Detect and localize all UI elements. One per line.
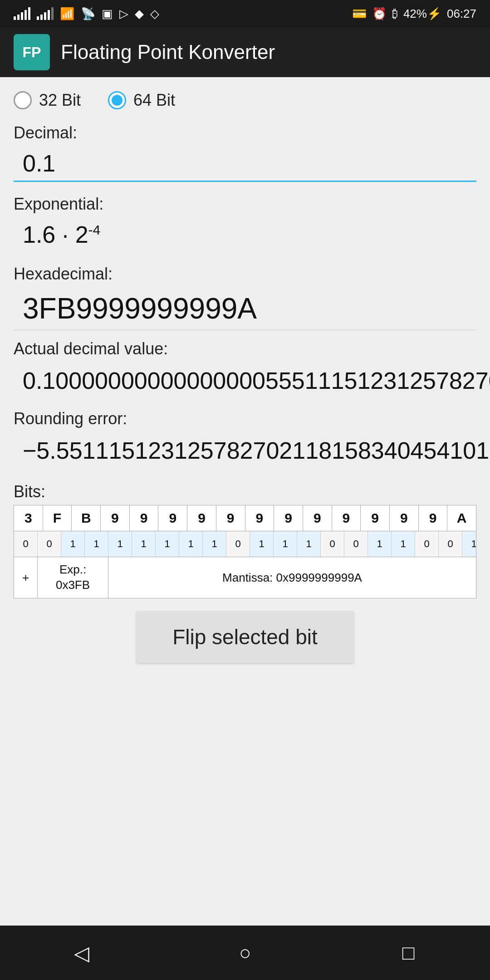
bit-cell[interactable]: 1	[274, 531, 297, 557]
bit-cell[interactable]: 0	[14, 531, 38, 557]
cast-icon: ▣	[102, 7, 113, 21]
bits-row[interactable]: 0011111110111001100110011001100110011001…	[14, 531, 476, 557]
nibble-cell: 9	[216, 505, 245, 531]
alarm-icon: ⏰	[372, 7, 387, 21]
rounding-error-value: −5.5511151231257827021181583404541015625…	[14, 432, 476, 470]
bit-cell[interactable]: 1	[108, 531, 132, 557]
nibble-cell: 9	[361, 505, 390, 531]
nibble-cell: 9	[187, 505, 216, 531]
bit-cell[interactable]: 1	[250, 531, 274, 557]
nibble-cell: 9	[419, 505, 448, 531]
time-display: 06:27	[447, 7, 476, 21]
hexadecimal-label: Hexadecimal:	[14, 265, 476, 284]
signal-icon-2	[37, 7, 54, 20]
radio-32bit[interactable]: 32 Bit	[14, 91, 81, 110]
actual-decimal-section: Actual decimal value: 0.1000000000000000…	[14, 339, 476, 400]
nibble-cell: B	[72, 505, 101, 531]
bit-cell[interactable]: 0	[439, 531, 462, 557]
radio-64bit-label: 64 Bit	[133, 91, 175, 110]
bit-cell[interactable]: 1	[156, 531, 179, 557]
bit-cell[interactable]: 0	[226, 531, 250, 557]
bit-cell[interactable]: 1	[297, 531, 321, 557]
bit-cell[interactable]: 1	[203, 531, 226, 557]
bit-cell[interactable]: 1	[85, 531, 108, 557]
battery-level: 42%⚡	[403, 7, 441, 21]
nibble-row: 3FB999999999999A	[14, 505, 476, 531]
bit-cell[interactable]: 0	[321, 531, 344, 557]
decimal-label: Decimal:	[14, 123, 476, 142]
exp-label: Exp.: 0x3FB	[38, 557, 108, 598]
bit-selector: 32 Bit 64 Bit	[14, 91, 476, 110]
bit-cell[interactable]: 0	[415, 531, 439, 557]
bit-cell[interactable]: 1	[392, 531, 415, 557]
wifi-icon: 📶	[60, 7, 74, 21]
labels-row: + Exp.: 0x3FB Mantissa: 0x9999999999A	[14, 557, 476, 598]
bluetooth-icon: ₿	[392, 7, 398, 21]
rounding-error-section: Rounding error: −5.551115123125782702118…	[14, 409, 476, 470]
bit-cell[interactable]: 1	[462, 531, 476, 557]
nibble-cell: 9	[158, 505, 187, 531]
bits-label: Bits:	[14, 482, 476, 501]
nibble-cell: 9	[303, 505, 332, 531]
bits-container: 3FB999999999999A 00111111101110011001100…	[14, 505, 476, 598]
radio-32bit-circle[interactable]	[14, 91, 32, 109]
hexadecimal-value: 3FB9999999999A	[14, 287, 476, 330]
exp-base2: 2	[75, 221, 88, 248]
actual-decimal-value: 0.10000000000000000555111512312578270211…	[14, 362, 476, 400]
status-right: 💳 ⏰ ₿ 42%⚡ 06:27	[352, 7, 476, 21]
radio-64bit-circle[interactable]	[108, 91, 126, 109]
nibble-cell: 9	[130, 505, 159, 531]
exponential-section: Exponential: 1.6 · 2-4	[14, 195, 476, 252]
nibble-cell: 9	[332, 505, 361, 531]
nibble-cell: 9	[245, 505, 274, 531]
nibble-cell: 3	[14, 505, 43, 531]
exp-superscript: -4	[88, 222, 101, 237]
nfc-icon: 📡	[81, 7, 95, 21]
exp-dot: ·	[62, 221, 75, 248]
exponential-label: Exponential:	[14, 195, 476, 214]
nibble-cell: A	[447, 505, 476, 531]
radio-32bit-label: 32 Bit	[39, 91, 81, 110]
title-bar: FP Floating Point Konverter	[0, 27, 490, 77]
bit-cell[interactable]: 1	[132, 531, 156, 557]
bit-cell[interactable]: 1	[368, 531, 392, 557]
rounding-error-label: Rounding error:	[14, 409, 476, 428]
status-left: 📶 📡 ▣ ▷ ◆ ◇	[14, 7, 159, 21]
main-content: 32 Bit 64 Bit Decimal: Exponential: 1.6 …	[0, 77, 490, 926]
nibble-cell: F	[43, 505, 72, 531]
app-title: Floating Point Konverter	[61, 41, 275, 64]
bit-cell[interactable]: 0	[38, 531, 61, 557]
flip-button-wrap: Flip selected bit	[14, 611, 476, 663]
status-bar: 📶 📡 ▣ ▷ ◆ ◇ 💳 ⏰ ₿ 42%⚡ 06:27	[0, 0, 490, 27]
flip-selected-bit-button[interactable]: Flip selected bit	[136, 611, 354, 663]
bit-cell[interactable]: 1	[179, 531, 203, 557]
signal-icon-1	[14, 7, 30, 20]
recents-nav-icon[interactable]: □	[390, 935, 426, 971]
bottom-nav: ◁ ○ □	[0, 926, 490, 980]
radio-64bit[interactable]: 64 Bit	[108, 91, 175, 110]
nibble-cell: 9	[101, 505, 130, 531]
diamond-icon: ◇	[150, 7, 159, 21]
bookmark-icon: ◆	[135, 7, 144, 21]
nav-icon-status: ▷	[119, 7, 128, 21]
bit-cell[interactable]: 0	[344, 531, 368, 557]
hexadecimal-section: Hexadecimal: 3FB9999999999A	[14, 265, 476, 330]
nfc-status-icon: 💳	[352, 7, 367, 21]
mantissa-label: Mantissa: 0x9999999999A	[108, 557, 476, 598]
sign-label: +	[14, 557, 38, 598]
back-nav-icon[interactable]: ◁	[64, 935, 100, 971]
home-nav-icon[interactable]: ○	[227, 935, 263, 971]
exp-base: 1.6	[23, 221, 55, 248]
actual-decimal-label: Actual decimal value:	[14, 339, 476, 358]
bit-cell[interactable]: 1	[61, 531, 85, 557]
nibble-cell: 9	[390, 505, 419, 531]
decimal-section: Decimal:	[14, 123, 476, 182]
decimal-input[interactable]	[14, 146, 476, 182]
app-icon: FP	[14, 34, 50, 70]
nibble-cell: 9	[274, 505, 303, 531]
exponential-value: 1.6 · 2-4	[14, 217, 476, 252]
